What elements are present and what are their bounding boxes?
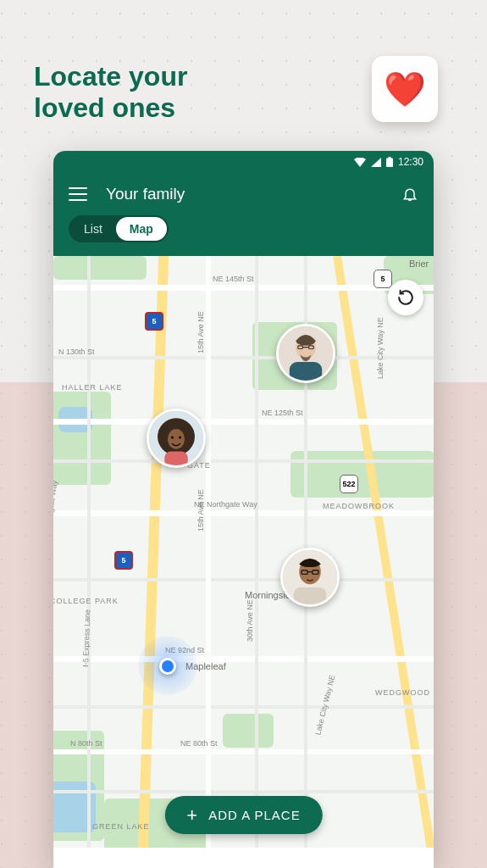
menu-icon[interactable]: [69, 187, 87, 201]
your-location-dot[interactable]: [159, 658, 176, 675]
street-label: Lake City Way NE: [376, 317, 385, 379]
headline-line1: Locate your: [34, 61, 187, 92]
wifi-icon: [354, 158, 366, 167]
street-label: 15th Ave NE: [196, 311, 205, 353]
place-label: COLLEGE PARK: [53, 597, 119, 605]
heart-icon: ❤️: [384, 70, 426, 109]
svg-rect-1: [388, 157, 390, 159]
interstate-shield: 5: [145, 312, 163, 331]
place-label: WEDGWOOD: [375, 688, 430, 697]
refresh-icon: [396, 288, 415, 307]
place-label: MEADOWBROOK: [323, 502, 395, 510]
heart-tile: ❤️: [372, 56, 438, 122]
street-label: N Northgate Way: [53, 480, 59, 538]
svg-rect-0: [386, 159, 393, 168]
family-member-son[interactable]: [280, 548, 340, 607]
svg-rect-19: [294, 587, 326, 604]
app-bar: Your family List Map: [53, 173, 434, 256]
street-label: NE 125th St: [262, 409, 303, 417]
route-shield: 522: [340, 475, 358, 493]
battery-icon: [386, 157, 393, 167]
status-bar: 12:30: [53, 151, 434, 173]
svg-rect-13: [164, 452, 187, 465]
family-member-dad[interactable]: [276, 324, 335, 383]
map-background: NE 145th St N 130th St NE 125th St NE No…: [53, 256, 434, 848]
svg-point-11: [171, 436, 174, 438]
add-place-label: ADD A PLACE: [208, 808, 301, 822]
phone-frame: 12:30 Your family List Map: [53, 151, 434, 868]
route-shield: 5: [374, 270, 392, 288]
place-label: GREEN LAKE: [92, 822, 150, 831]
tab-map[interactable]: Map: [116, 217, 167, 241]
page-title: Your family: [106, 185, 383, 203]
add-place-button[interactable]: + ADD A PLACE: [164, 796, 322, 834]
headline-line2: loved ones: [34, 92, 175, 123]
place-label: HALLER LAKE: [62, 383, 123, 392]
street-label: NE 80th St: [180, 739, 218, 748]
street-label: NE 145th St: [213, 275, 254, 283]
promo-headline: Locate your loved ones: [34, 61, 187, 124]
status-time: 12:30: [398, 156, 423, 168]
interstate-shield: 5: [114, 551, 133, 570]
street-label: 30th Ave NE: [246, 599, 254, 642]
street-label: N 80th St: [70, 739, 102, 748]
street-label: 15th Ave NE: [196, 489, 205, 531]
view-toggle: List Map: [69, 215, 169, 242]
refresh-button[interactable]: [388, 280, 423, 315]
map-view[interactable]: NE 145th St N 130th St NE 125th St NE No…: [53, 256, 434, 848]
place-label: Brier: [409, 259, 429, 269]
street-label: N 130th St: [58, 348, 95, 356]
signal-icon: [371, 158, 381, 167]
svg-point-12: [179, 436, 181, 438]
tab-list[interactable]: List: [70, 217, 116, 241]
notifications-icon[interactable]: [401, 186, 418, 203]
family-member-daughter[interactable]: [147, 409, 206, 468]
svg-rect-7: [290, 362, 322, 381]
